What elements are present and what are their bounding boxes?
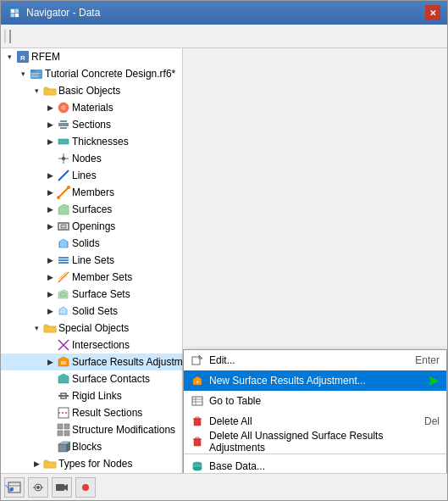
types-nodes-label: Types for Nodes [58,458,132,470]
main-content: ▾ R RFEM ▾ [1,48,447,473]
delete-unassigned-label: Delete All Unassigned Surface Results Ad… [209,430,440,454]
base-data-label: Base Data... [209,460,440,472]
base-data-icon [191,459,204,473]
tree-item-solids[interactable]: ▶ Solids [1,235,182,252]
rfem-icon: R [16,50,30,64]
window-icon [8,6,21,19]
svg-point-101 [36,486,40,489]
svg-marker-46 [58,374,69,383]
no-expand-icon: ▶ [43,389,57,403]
thicknesses-icon [57,135,70,148]
tree-item-thicknesses[interactable]: ▶ Thicknesses [1,133,182,150]
tree-item-surface-contacts[interactable]: ▶ Surface Contacts [1,370,182,387]
nodes-label: Nodes [72,153,102,164]
chevron-right-icon: ▶ [43,118,57,131]
chevron-down-icon: ▾ [30,321,43,335]
svg-rect-1 [11,9,14,13]
tree-item-surface-results[interactable]: ▶ Surface Results Adjustmen [1,353,182,370]
tree-item-members[interactable]: ▶ Members [1,184,182,201]
folder-icon [43,84,57,97]
svg-line-22 [58,170,69,181]
svg-rect-10 [31,75,38,75]
tree-item-basic-objects[interactable]: ▾ Basic Objects [1,82,182,99]
visibility-button[interactable] [28,477,48,498]
close-button[interactable]: ✕ [425,5,440,20]
tree-item-openings[interactable]: ▶ Openings [1,218,182,235]
openings-icon [57,220,70,233]
bottom-toolbar: ↓ [1,473,447,500]
result-sections-icon [57,406,70,420]
menu-item-base-data[interactable]: Base Data... [184,456,446,473]
delete-all-label: Delete All [209,415,419,427]
tree-item-project[interactable]: ▾ Tutorial Concrete Design.rf6* [1,65,182,82]
main-window: Navigator - Data ✕ ▾ R RFEM [0,0,448,501]
result-sections-label: Result Sections [72,407,142,419]
tree-item-types-lines[interactable]: ▶ Types for Lines [1,472,182,473]
svg-rect-9 [31,73,40,74]
surface-results-label: Surface Results Adjustmen [72,356,183,368]
menu-item-edit[interactable]: Edit... Enter [184,350,446,370]
menu-item-delete-unassigned[interactable]: Delete All Unassigned Surface Results Ad… [184,431,446,452]
tree-item-member-sets[interactable]: ▶ Member Sets [1,269,182,286]
tree-item-solid-sets[interactable]: ▶ Solid Sets [1,303,182,320]
tree-item-rigid-links[interactable]: ▶ Rigid Links [1,387,182,404]
record-button[interactable] [75,477,96,498]
svg-rect-40 [44,326,56,332]
delete-all-icon [191,415,204,428]
chevron-right-icon: ▶ [43,270,57,284]
members-label: Members [72,186,114,198]
tree-item-blocks[interactable]: ▶ Blocks [1,438,182,455]
surface-results-icon [57,355,70,369]
chevron-right-icon: ▶ [43,186,57,199]
svg-point-25 [67,186,70,189]
menu-item-go-to-table[interactable]: Go to Table [184,391,446,411]
surface-sets-icon [57,287,70,301]
tree-item-intersections[interactable]: ▶ Intersections [1,337,182,353]
chevron-down-icon: ▾ [3,50,16,64]
svg-rect-76 [196,417,199,419]
svg-rect-52 [64,424,69,429]
scrollbar-indicator [4,30,11,43]
solid-sets-icon [57,304,70,318]
tree-item-nodes[interactable]: ▶ Nodes [1,150,182,167]
tree-item-surfaces[interactable]: ▶ Surfaces [1,201,182,218]
tree-item-result-sections[interactable]: ▶ Result Sections [1,404,182,421]
svg-rect-104 [56,484,64,491]
video-button[interactable] [52,477,72,498]
folder-icon [43,457,57,470]
thicknesses-label: Thicknesses [72,136,129,148]
member-sets-icon [57,270,70,284]
intersections-icon [57,338,70,352]
tree-item-surface-sets[interactable]: ▶ Surface Sets [1,286,182,303]
tree-item-line-sets[interactable]: ▶ Line Sets [1,252,182,269]
svg-rect-12 [44,89,56,95]
tree-item-rfem[interactable]: ▾ R RFEM [1,48,182,65]
lines-icon [57,169,70,182]
svg-rect-53 [58,431,63,436]
tree-item-types-nodes[interactable]: ▶ Types for Nodes [1,455,182,472]
menu-item-delete-all[interactable]: Delete All Del [184,411,446,431]
blocks-label: Blocks [72,441,102,453]
edit-label: Edit... [209,354,410,366]
no-expand-icon: ▶ [43,152,57,165]
sections-label: Sections [72,119,111,131]
menu-item-new-surface-results[interactable]: + New Surface Results Adjustment... ➤ [184,370,446,391]
go-to-table-icon [191,394,204,408]
tree-item-sections[interactable]: ▶ Sections [1,116,182,133]
project-label: Tutorial Concrete Design.rf6* [45,68,175,80]
rfem-label: RFEM [31,51,60,63]
main-toolbar [1,25,447,48]
svg-line-23 [58,187,69,198]
tree-item-materials[interactable]: ▶ Materials [1,99,182,116]
window-title: Navigator - Data [26,7,100,19]
tree-panel[interactable]: ▾ R RFEM ▾ [1,48,183,473]
svg-rect-17 [60,127,67,129]
svg-rect-18 [58,139,69,144]
surfaces-icon [57,203,70,216]
tree-item-structure-modifications[interactable]: ▶ Structure Modifications [1,421,182,438]
chevron-right-icon: ▶ [43,220,57,233]
sections-icon [57,118,70,131]
tree-item-lines[interactable]: ▶ Lines [1,167,182,184]
tree-item-special-objects[interactable]: ▾ Special Objects [1,320,182,337]
chevron-down-icon: ▾ [30,84,43,97]
